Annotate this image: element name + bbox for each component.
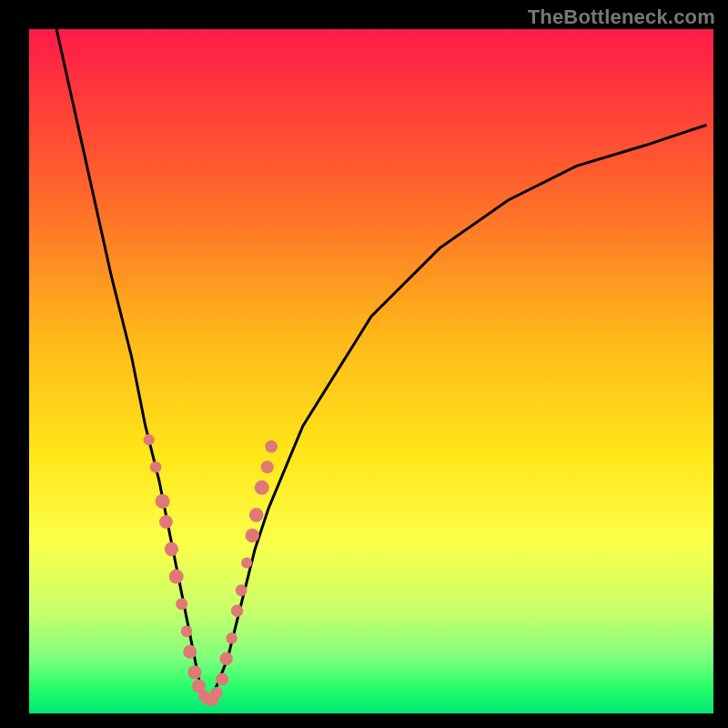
marker-dot (159, 515, 173, 529)
marker-dot (144, 434, 155, 445)
marker-dot (176, 598, 187, 610)
marker-dot (226, 632, 237, 643)
marker-dot (216, 672, 228, 685)
marker-dot (236, 584, 248, 596)
marker-dot (181, 626, 193, 638)
marker-dot (219, 652, 232, 665)
chart-frame: TheBottleneck.com (0, 0, 728, 728)
watermark-label: TheBottleneck.com (528, 5, 715, 29)
marker-dot (231, 605, 243, 617)
marker-dot (150, 461, 162, 473)
marker-dot (183, 645, 197, 659)
marker-dot (261, 460, 274, 473)
marker-dot (169, 570, 184, 584)
marker-dot (265, 440, 278, 453)
marker-dot (249, 508, 264, 522)
bottleneck-curve (56, 29, 706, 700)
marker-dot (241, 558, 252, 569)
marker-dot (156, 494, 170, 509)
marker-dot (246, 529, 259, 542)
curve-svg (29, 29, 713, 713)
plot-area (29, 29, 713, 713)
marker-dot (210, 687, 222, 699)
marker-dot (187, 665, 201, 679)
curve-markers (144, 434, 278, 706)
marker-dot (255, 480, 269, 495)
marker-dot (165, 542, 178, 556)
